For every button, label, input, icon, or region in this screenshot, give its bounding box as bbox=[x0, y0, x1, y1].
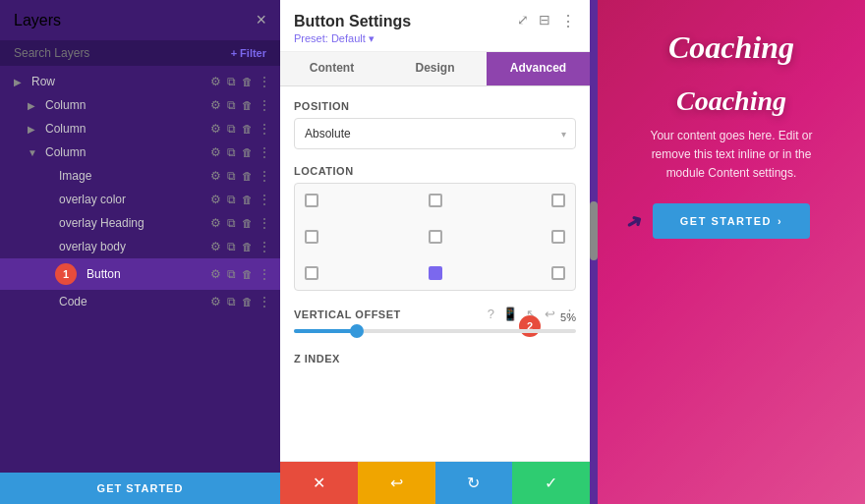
trash-icon[interactable] bbox=[242, 98, 253, 112]
copy-icon[interactable] bbox=[227, 75, 236, 88]
location-grid[interactable] bbox=[294, 183, 576, 291]
scroll-thumb[interactable] bbox=[590, 201, 598, 260]
gear-icon[interactable] bbox=[210, 122, 221, 136]
tab-advanced[interactable]: Advanced bbox=[487, 52, 590, 85]
copy-icon[interactable] bbox=[227, 240, 236, 253]
gear-icon[interactable] bbox=[210, 193, 221, 206]
settings-preset[interactable]: Preset: Default ▾ bbox=[294, 32, 576, 45]
range-thumb[interactable] bbox=[350, 324, 364, 338]
preview-coaching-main: Coaching bbox=[676, 85, 786, 117]
layer-name: overlay Heading bbox=[55, 216, 210, 230]
gear-icon[interactable] bbox=[210, 145, 221, 159]
layer-item-col3[interactable]: ▼ Column bbox=[0, 140, 280, 164]
loc-dot-bl[interactable] bbox=[305, 266, 318, 280]
undo-button[interactable]: ↩ bbox=[358, 462, 435, 504]
loc-dot-tc[interactable] bbox=[429, 194, 442, 207]
tab-content[interactable]: Content bbox=[280, 52, 383, 85]
layer-actions bbox=[210, 98, 270, 112]
settings-header: Button Settings ⤢ ⊟ ⋮ Preset: Default ▾ bbox=[280, 0, 590, 52]
arrow-indicator-icon: ➜ bbox=[620, 207, 647, 236]
copy-icon[interactable] bbox=[227, 145, 236, 159]
layers-search-input[interactable] bbox=[14, 46, 171, 60]
loc-dot-mr[interactable] bbox=[551, 230, 565, 244]
loc-dot-mc[interactable] bbox=[429, 230, 442, 244]
loc-dot-tr[interactable] bbox=[551, 194, 565, 207]
dots-icon[interactable] bbox=[259, 75, 270, 88]
vertical-offset-slider[interactable]: 5% 2 bbox=[294, 329, 576, 333]
cancel-button[interactable]: ✕ bbox=[280, 462, 358, 504]
cta-arrow-icon: › bbox=[778, 215, 782, 227]
trash-icon[interactable] bbox=[242, 267, 253, 281]
undo-icon[interactable]: ↩ bbox=[545, 307, 555, 321]
chevron-right-icon: ▶ bbox=[28, 100, 41, 111]
settings-tabs: Content Design Advanced bbox=[280, 52, 590, 86]
layer-item-col1[interactable]: ▶ Column bbox=[0, 93, 280, 117]
dots-icon[interactable] bbox=[259, 267, 270, 281]
layer-name: Column bbox=[41, 145, 210, 159]
loc-dot-bc[interactable] bbox=[429, 266, 442, 280]
layer-item-col2[interactable]: ▶ Column bbox=[0, 117, 280, 140]
copy-icon[interactable] bbox=[227, 169, 236, 183]
loc-dot-br[interactable] bbox=[551, 266, 565, 280]
copy-icon[interactable] bbox=[227, 267, 236, 281]
copy-icon[interactable] bbox=[227, 295, 236, 308]
gear-icon[interactable] bbox=[210, 98, 221, 112]
preview-cta-button[interactable]: GET STARTED › bbox=[653, 203, 810, 239]
redo-button[interactable]: ↻ bbox=[435, 462, 513, 504]
range-value: 5% bbox=[560, 311, 576, 323]
copy-icon[interactable] bbox=[227, 122, 236, 136]
tab-design[interactable]: Design bbox=[383, 52, 487, 85]
dots-icon[interactable] bbox=[259, 145, 270, 159]
dots-icon[interactable] bbox=[259, 122, 270, 136]
copy-icon[interactable] bbox=[227, 216, 236, 230]
dots-icon[interactable] bbox=[259, 193, 270, 206]
layer-item-row[interactable]: ▶ Row bbox=[0, 70, 280, 93]
trash-icon[interactable] bbox=[242, 122, 253, 136]
copy-icon[interactable] bbox=[227, 98, 236, 112]
gear-icon[interactable] bbox=[210, 75, 221, 88]
preview-cta-wrap: ➜ GET STARTED › bbox=[653, 203, 810, 239]
gear-icon[interactable] bbox=[210, 240, 221, 253]
split-icon[interactable]: ⊟ bbox=[539, 12, 550, 30]
layer-item-overlay-color[interactable]: overlay color bbox=[0, 188, 280, 211]
copy-icon[interactable] bbox=[227, 193, 236, 206]
trash-icon[interactable] bbox=[242, 75, 253, 88]
dots-icon[interactable] bbox=[259, 98, 270, 112]
expand-icon[interactable]: ⤢ bbox=[517, 12, 529, 30]
scroll-bar[interactable] bbox=[590, 0, 598, 504]
layers-bottom-button[interactable]: GET STARTED bbox=[0, 473, 280, 504]
gear-icon[interactable] bbox=[210, 295, 221, 308]
layer-actions bbox=[210, 193, 270, 206]
loc-dot-tl[interactable] bbox=[305, 194, 318, 207]
loc-dot-ml[interactable] bbox=[305, 230, 318, 244]
layer-item-button[interactable]: 1 Button bbox=[0, 258, 280, 290]
dots-icon[interactable] bbox=[259, 216, 270, 230]
settings-title-row: Button Settings ⤢ ⊟ ⋮ bbox=[294, 12, 576, 30]
layers-close-icon[interactable]: × bbox=[256, 10, 266, 30]
position-select[interactable]: Absolute Relative Fixed Static bbox=[294, 118, 576, 149]
layer-item-overlay-heading[interactable]: overlay Heading bbox=[0, 211, 280, 235]
layer-item-image[interactable]: Image bbox=[0, 164, 280, 188]
save-button[interactable]: ✓ bbox=[512, 462, 590, 504]
more-vert-icon[interactable]: ⋮ bbox=[560, 12, 576, 30]
gear-icon[interactable] bbox=[210, 169, 221, 183]
layer-item-code[interactable]: Code bbox=[0, 290, 280, 313]
position-select-wrap: Absolute Relative Fixed Static ▾ bbox=[294, 118, 576, 149]
dots-icon[interactable] bbox=[259, 295, 270, 308]
trash-icon[interactable] bbox=[242, 295, 253, 308]
layer-item-overlay-body[interactable]: overlay body bbox=[0, 235, 280, 258]
gear-icon[interactable] bbox=[210, 216, 221, 230]
question-icon[interactable]: ? bbox=[488, 307, 494, 321]
trash-icon[interactable] bbox=[242, 240, 253, 253]
trash-icon[interactable] bbox=[242, 193, 253, 206]
z-index-label: Z Index bbox=[294, 353, 576, 364]
layer-name: Column bbox=[41, 122, 210, 136]
trash-icon[interactable] bbox=[242, 145, 253, 159]
filter-button[interactable]: + Filter bbox=[231, 47, 266, 59]
trash-icon[interactable] bbox=[242, 216, 253, 230]
gear-icon[interactable] bbox=[210, 267, 221, 281]
dots-icon[interactable] bbox=[259, 240, 270, 253]
phone-icon[interactable]: 📱 bbox=[502, 307, 518, 321]
dots-icon[interactable] bbox=[259, 169, 270, 183]
trash-icon[interactable] bbox=[242, 169, 253, 183]
